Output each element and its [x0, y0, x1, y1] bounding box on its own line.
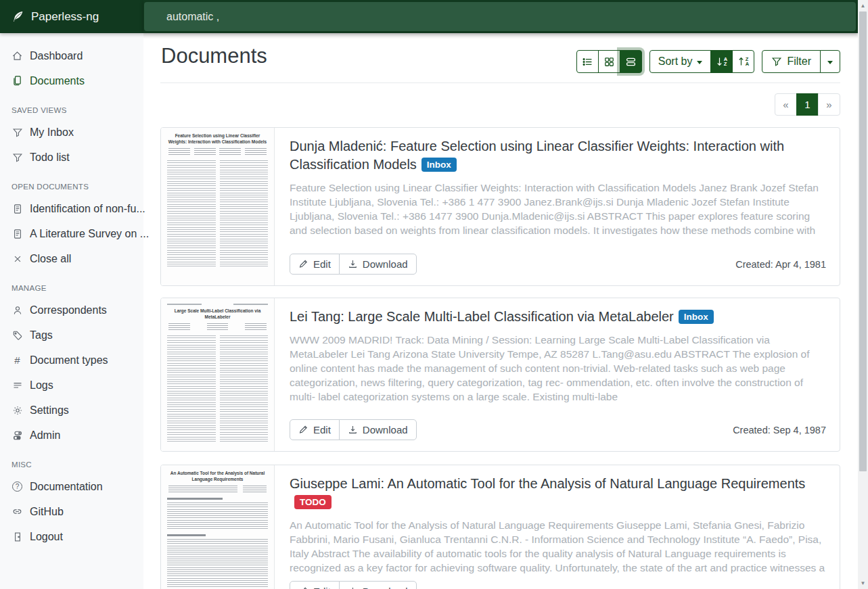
sidebar-item-label: A Literature Survey on ... — [30, 228, 149, 240]
document-thumbnail[interactable]: Large Scale Multi-Label Classification v… — [161, 298, 275, 451]
sidebar-item-label: Documentation — [30, 481, 103, 493]
sidebar-item-close-all[interactable]: Close all — [0, 246, 143, 271]
sidebar-section-open-documents: OPEN DOCUMENTS — [12, 180, 143, 195]
door-icon — [12, 531, 23, 542]
sidebar-item-label: Tags — [30, 329, 53, 341]
paperless-logo-icon — [11, 10, 24, 24]
document-snippet: An Automatic Tool for the Analysis of Na… — [290, 518, 826, 575]
close-icon — [12, 253, 23, 264]
card-footer: Edit Download Created: Apr 4, 1981 — [290, 254, 826, 275]
link-icon — [12, 506, 23, 517]
grid-view-button[interactable] — [598, 50, 620, 73]
sidebar-item-logout[interactable]: Logout — [0, 524, 143, 549]
sort-group: Sort by AZ ZA — [649, 50, 755, 73]
tag-badge[interactable]: Inbox — [679, 310, 714, 324]
sidebar-item-label: Todo list — [30, 151, 70, 164]
sort-ascending-button[interactable]: AZ — [710, 50, 733, 73]
scrollbar[interactable]: ▲ ▼ — [858, 0, 868, 589]
sort-descending-button[interactable]: ZA — [732, 50, 754, 73]
brand-header[interactable]: Paperless-ng — [0, 0, 143, 33]
grid-view-icon — [603, 56, 615, 68]
scrollbar-thumb[interactable] — [859, 11, 867, 471]
download-button[interactable]: Download — [339, 419, 417, 440]
funnel-icon — [771, 56, 782, 67]
sidebar-item-label: Admin — [30, 429, 60, 442]
document-title-link[interactable]: Lei Tang: Large Scale Multi-Label Classi… — [290, 308, 826, 326]
sidebar-item-document-types[interactable]: # Document types — [0, 348, 143, 373]
sort-alpha-down-icon: AZ — [716, 57, 727, 66]
document-title-link[interactable]: Dunja Mladenić: Feature Selection using … — [290, 137, 826, 174]
sidebar-item-todo-list[interactable]: Todo list — [0, 145, 143, 170]
documents-toolbar: Sort by AZ ZA — [576, 50, 840, 73]
scrollbar-down-arrow[interactable]: ▼ — [858, 578, 868, 588]
brand-name: Paperless-ng — [31, 10, 99, 24]
sidebar-item-github[interactable]: GitHub — [0, 499, 143, 524]
pencil-icon — [298, 425, 309, 435]
sidebar-item-settings[interactable]: Settings — [0, 398, 143, 423]
sidebar-item-dashboard[interactable]: Dashboard — [0, 43, 143, 68]
sidebar-item-label: Documents — [30, 75, 85, 87]
sidebar-item-correspondents[interactable]: Correspondents — [0, 298, 143, 323]
divider — [160, 83, 840, 83]
card-footer: Edit Download Created: Sep 4, 1987 — [290, 419, 826, 440]
sidebar-item-open-doc-1[interactable]: Identification of non-fu... — [0, 196, 143, 221]
edit-button[interactable]: Edit — [290, 581, 340, 589]
page-title: Documents — [161, 44, 267, 68]
pagination-page-1[interactable]: 1 — [796, 93, 819, 116]
download-icon — [348, 259, 358, 269]
tag-badge[interactable]: TODO — [294, 495, 332, 509]
sidebar-item-logs[interactable]: Logs — [0, 373, 143, 398]
app-window: Paperless-ng Dashboard Documents SAVED — [0, 0, 868, 589]
scrollbar-up-arrow[interactable]: ▲ — [858, 1, 868, 11]
pagination-prev-button[interactable]: « — [775, 93, 797, 116]
search-input[interactable] — [144, 2, 856, 31]
download-icon — [348, 425, 358, 435]
gear-icon — [12, 404, 23, 416]
sidebar-item-open-doc-2[interactable]: A Literature Survey on ... — [0, 221, 143, 246]
filter-dropdown-button[interactable] — [820, 50, 840, 73]
document-card-body: Dunja Mladenić: Feature Selection using … — [275, 128, 840, 285]
document-title: Lei Tang: Large Scale Multi-Label Classi… — [290, 309, 674, 324]
file-text-icon — [12, 228, 23, 239]
chevron-down-icon — [697, 61, 702, 64]
filter-label: Filter — [787, 55, 811, 68]
document-card-body: Lei Tang: Large Scale Multi-Label Classi… — [275, 298, 840, 451]
edit-button[interactable]: Edit — [290, 254, 340, 275]
pencil-icon — [298, 586, 309, 589]
filter-group: Filter — [762, 50, 840, 73]
download-button[interactable]: Download — [339, 254, 417, 275]
list-view-button[interactable] — [576, 50, 599, 73]
edit-button[interactable]: Edit — [290, 419, 340, 440]
card-footer: Edit Download — [290, 581, 826, 589]
sort-alpha-up-icon: ZA — [738, 57, 749, 66]
document-card-body: Giuseppe Lami: An Automatic Tool for the… — [275, 465, 840, 589]
list-view-icon — [582, 56, 593, 68]
sort-by-button[interactable]: Sort by — [649, 50, 712, 73]
document-snippet: WWW 2009 MADRID! Track: Data Mining / Se… — [290, 333, 826, 404]
sidebar-item-tags[interactable]: Tags — [0, 323, 143, 348]
download-button[interactable]: Download — [339, 581, 417, 589]
detail-view-button[interactable] — [620, 50, 642, 73]
sidebar-item-admin[interactable]: Admin — [0, 423, 143, 448]
document-title-link[interactable]: Giuseppe Lami: An Automatic Tool for the… — [290, 475, 826, 511]
download-label: Download — [363, 424, 408, 435]
sidebar-item-documents[interactable]: Documents — [0, 68, 143, 93]
download-label: Download — [363, 586, 408, 589]
sidebar-item-label: Logs — [30, 379, 53, 392]
sidebar-item-documentation[interactable]: ? Documentation — [0, 474, 143, 499]
document-card: Feature Selection using Linear Classifie… — [160, 127, 840, 286]
sidebar-item-my-inbox[interactable]: My Inbox — [0, 120, 143, 145]
document-title: Dunja Mladenić: Feature Selection using … — [290, 139, 784, 172]
document-thumbnail[interactable]: Feature Selection using Linear Classifie… — [161, 128, 275, 285]
toggles-icon — [12, 429, 23, 441]
tag-badge[interactable]: Inbox — [421, 158, 457, 172]
hash-icon: # — [12, 354, 23, 366]
document-snippet: Feature Selection using Linear Classifie… — [290, 181, 826, 237]
download-icon — [348, 586, 358, 589]
filter-button[interactable]: Filter — [762, 50, 821, 73]
question-circle-icon: ? — [12, 481, 23, 492]
pagination-next-button[interactable]: » — [818, 93, 840, 116]
thumbnail-title: An Automatic Tool for the Analysis of Na… — [167, 471, 268, 483]
document-thumbnail[interactable]: An Automatic Tool for the Analysis of Na… — [161, 465, 275, 589]
thumbnail-title: Large Scale Multi-Label Classification v… — [167, 308, 268, 321]
